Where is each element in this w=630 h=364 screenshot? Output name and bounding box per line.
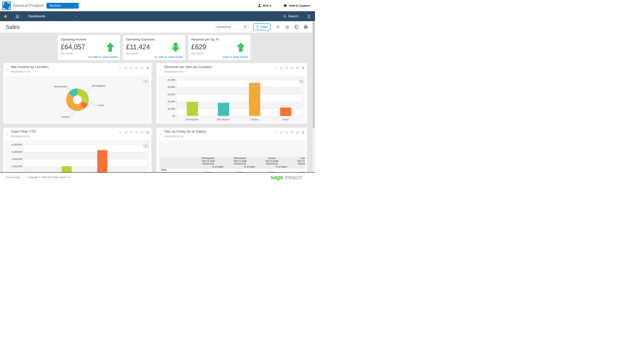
filter-icon[interactable]	[274, 66, 278, 70]
trend-up-icon	[106, 42, 115, 52]
gear-icon[interactable]	[140, 66, 144, 70]
zoom-icon[interactable]	[135, 131, 138, 134]
kpi-delta-link[interactable]: +£26 vs. prior month	[222, 55, 248, 58]
kpi-operating-income: Operating Income £64,057 this month +£1,…	[58, 35, 120, 60]
panel-net-income-by-location: Net Income by Location 04/13/2019 07:52 …	[3, 63, 152, 124]
panel-actions	[274, 66, 305, 70]
refresh-icon[interactable]	[285, 66, 288, 70]
y-axis-tick: 2,400,000	[6, 158, 22, 160]
trash-icon[interactable]	[146, 131, 149, 134]
x-axis-label-manchester: Manchester	[210, 118, 236, 121]
bar-birmingham[interactable]	[187, 102, 198, 116]
bar-bar-3[interactable]	[97, 150, 107, 172]
kpi-period: this month	[126, 52, 182, 55]
panel-title: Net Income by Location	[11, 65, 48, 69]
kpi-row: Operating Income £64,057 this month +£1,…	[58, 35, 251, 60]
pl-row-label[interactable]: Sales	[160, 168, 192, 172]
edit-pencil-icon[interactable]	[124, 66, 128, 70]
kpi-delta-link[interactable]: -£1,100 vs. prior month	[154, 55, 182, 58]
collapse-chevron-icon[interactable]	[6, 68, 9, 72]
vertical-scrollbar[interactable]	[312, 21, 315, 172]
pl-cell	[244, 168, 256, 172]
print-button[interactable]	[303, 24, 308, 30]
panel-actions	[118, 66, 149, 70]
user-menu[interactable]: Bob S	[258, 4, 271, 8]
favorites-button[interactable]	[0, 11, 11, 21]
plot-band	[24, 152, 146, 159]
kpi-delta-link[interactable]: +£1,656 vs. prior month	[88, 55, 118, 58]
bookmarks-button[interactable]	[303, 11, 315, 21]
bar-leeds[interactable]	[280, 108, 292, 116]
y-axis-tick: £1,400	[158, 108, 175, 110]
dashboards-menu[interactable]: Dashboards	[24, 11, 82, 21]
download-chart-button[interactable]	[143, 78, 148, 83]
pl-cell	[276, 168, 288, 172]
zoom-icon[interactable]	[135, 66, 138, 70]
plot-band	[24, 166, 146, 172]
gear-icon[interactable]	[296, 131, 300, 134]
settings-gear-button[interactable]	[285, 24, 290, 30]
x-axis-label-london: London	[241, 118, 268, 121]
trash-icon[interactable]	[301, 131, 305, 134]
y-axis-tick: 4,000,000	[6, 143, 22, 146]
sage-intacct-logo: sage Intacct	[270, 174, 302, 180]
navbar-spacer	[82, 11, 278, 21]
app-header: General Product Top level Bob S Help & S…	[0, 0, 315, 11]
bar-bar-1[interactable]	[62, 166, 72, 172]
dashboard-content: Operating Income £64,057 this month +£1,…	[0, 32, 315, 172]
download-chart-button[interactable]	[299, 78, 304, 83]
pl-table: BirminghamYear To Date03/30/2018Manchest…	[160, 157, 305, 172]
kpi-operating-expenses: Operating Expenses £11,424 this month -£…	[123, 35, 186, 60]
help-support[interactable]: Help & Support	[283, 4, 310, 8]
donut-label-birmingham: Birmingham	[92, 84, 106, 87]
filter-icon[interactable]	[118, 66, 122, 70]
search-button[interactable]: Search	[278, 11, 303, 21]
trash-icon[interactable]	[301, 66, 305, 70]
refresh-icon[interactable]	[130, 66, 133, 70]
pl-pct-header: % of Sales	[192, 165, 224, 168]
pl-pct-header: % of Sales	[256, 165, 288, 168]
kpi-revenue-per-sqft: Revenue per Sq. Ft. £629 this month +£26…	[188, 35, 251, 60]
filter-icon[interactable]	[274, 131, 278, 134]
home-button[interactable]	[11, 11, 24, 21]
filter-icon	[256, 25, 259, 29]
bar-manchester[interactable]	[218, 103, 229, 116]
page-toolbar: Sales Clear	[0, 21, 315, 32]
filter-icon[interactable]	[118, 131, 122, 134]
refresh-icon[interactable]	[285, 131, 288, 134]
pl-table-wrap: BirminghamYear To Date03/30/2018Manchest…	[160, 157, 305, 172]
gridline	[177, 94, 301, 95]
company-name: General Product	[13, 3, 44, 8]
gear-icon[interactable]	[296, 66, 300, 70]
scrollbar-thumb[interactable]	[313, 22, 314, 128]
edit-pencil-icon[interactable]	[124, 131, 128, 134]
calendar-icon[interactable]	[244, 25, 247, 29]
pl-col-header-manchester: ManchesterYear To Date03/30/2018	[224, 157, 256, 165]
entity-selector[interactable]: Top level	[46, 3, 79, 8]
gridline	[177, 80, 301, 80]
pl-pct-header: % of Sales	[224, 165, 256, 168]
edit-pencil-icon[interactable]	[280, 66, 283, 70]
refresh-icon[interactable]	[130, 131, 133, 134]
collapse-chevron-icon[interactable]	[159, 68, 162, 72]
add-component-button[interactable]	[276, 24, 280, 30]
trash-icon[interactable]	[146, 66, 149, 70]
kpi-title: Revenue per Sq. Ft.	[191, 38, 248, 42]
donut-label-leeds: Leeds	[97, 104, 104, 107]
privacy-policy-link[interactable]: Privacy Policy	[6, 176, 20, 179]
zoom-icon[interactable]	[290, 66, 294, 70]
bar-london[interactable]	[249, 83, 260, 116]
panel-title: P&L by Entity (% of Sales)	[164, 130, 206, 134]
zoom-icon[interactable]	[290, 131, 294, 134]
collapse-chevron-icon[interactable]	[6, 133, 9, 136]
clear-filter-button[interactable]: Clear	[253, 24, 270, 30]
edit-pencil-icon[interactable]	[280, 131, 283, 134]
collapse-chevron-icon[interactable]	[159, 133, 162, 136]
duplicate-button[interactable]	[294, 24, 299, 30]
dashboards-label: Dashboards	[28, 14, 46, 18]
pl-col-header-leeds: LeedsYear To Date03/30/2018	[288, 157, 305, 165]
net-income-donut[interactable]	[66, 88, 89, 111]
gear-icon[interactable]	[140, 131, 144, 134]
pl-cell	[212, 168, 224, 172]
download-chart-button[interactable]	[143, 143, 148, 148]
